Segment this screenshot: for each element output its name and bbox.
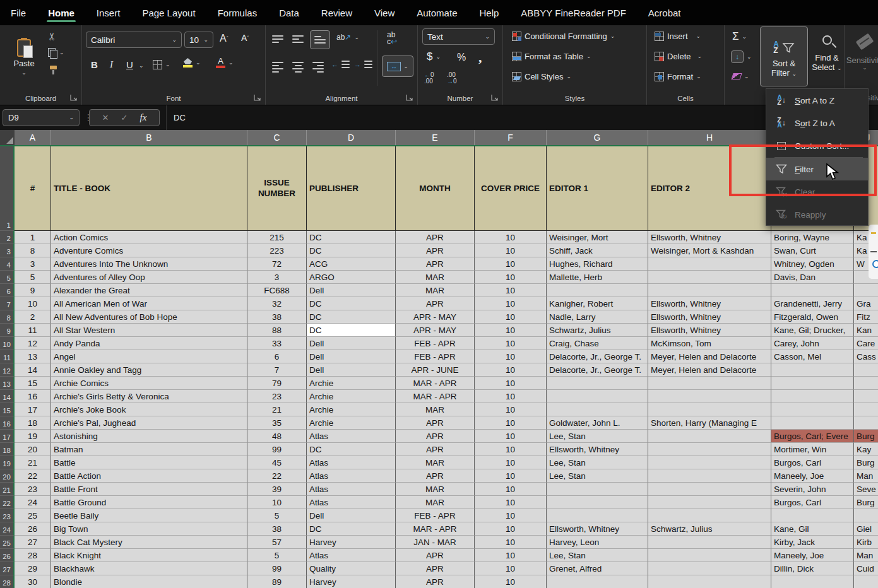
cell[interactable]: APR (396, 416, 475, 430)
cell[interactable]: 99 (247, 562, 307, 575)
row-header[interactable]: 14 (0, 390, 15, 403)
row-header[interactable]: 6 (0, 284, 15, 297)
column-header-G[interactable]: G (547, 130, 648, 145)
cell[interactable] (547, 496, 648, 509)
cell[interactable]: Atlas (307, 549, 396, 562)
column-header-E[interactable]: E (396, 130, 475, 145)
cell[interactable]: 10 (475, 377, 547, 390)
cell[interactable] (771, 416, 854, 430)
fill-color-button[interactable]: ⌄ (183, 58, 201, 68)
cell[interactable]: Adventure Comics (51, 244, 247, 257)
format-as-table-button[interactable]: Format as Table ⌄ (512, 52, 591, 61)
cell[interactable]: Maneely, Joe (771, 549, 854, 562)
cell[interactable] (648, 430, 771, 443)
cell[interactable]: Angel (51, 350, 247, 363)
cell[interactable]: Man (854, 469, 878, 483)
cell[interactable]: Burgos, Carl (771, 456, 854, 469)
cell[interactable]: 1 (15, 231, 51, 244)
cell[interactable]: MAR (396, 271, 475, 284)
cell[interactable] (648, 469, 771, 483)
cell[interactable]: APR (396, 430, 475, 443)
cell[interactable]: Harvey (307, 575, 396, 588)
cell[interactable]: 88 (247, 324, 307, 337)
cell[interactable]: Burgos, Carl; Evere (771, 430, 854, 443)
cell[interactable]: 20 (15, 443, 51, 456)
find-select-button[interactable]: Find & Select ⌄ (810, 26, 843, 86)
cell[interactable]: 32 (247, 297, 307, 310)
tab-review[interactable]: Review (319, 0, 354, 25)
number-dialog-launcher-icon[interactable] (491, 94, 498, 101)
cell[interactable] (771, 509, 854, 522)
cell[interactable]: Atlas (307, 456, 396, 469)
align-bottom-button[interactable] (310, 30, 330, 49)
cell[interactable]: APR (396, 575, 475, 588)
cell[interactable]: Nadle, Larry (547, 310, 648, 324)
cell[interactable]: 89 (247, 575, 307, 588)
cell[interactable]: Meyer, Helen and Delacorte (648, 363, 771, 377)
cell[interactable]: Andy Panda (51, 337, 247, 350)
cell[interactable]: 9 (15, 284, 51, 297)
clear-button[interactable]: ⌄ (732, 73, 749, 79)
cell[interactable] (854, 284, 878, 297)
cell[interactable]: Hughes, Richard (547, 257, 648, 271)
cell[interactable]: Batman (51, 443, 247, 456)
cell[interactable] (854, 509, 878, 522)
cell[interactable]: 10 (475, 390, 547, 403)
tab-data[interactable]: Data (277, 0, 301, 25)
cell[interactable] (771, 390, 854, 403)
cell[interactable]: 23 (247, 390, 307, 403)
cell[interactable]: 21 (247, 403, 307, 416)
select-all-corner[interactable] (0, 130, 15, 145)
fill-button[interactable]: ↓⌄ (731, 50, 752, 63)
cell[interactable]: Lee, Stan (547, 469, 648, 483)
cell[interactable]: Man (854, 549, 878, 562)
cell[interactable]: Dillin, Dick (771, 562, 854, 575)
cell[interactable]: MAR (396, 456, 475, 469)
cell[interactable]: Harvey, Leon (547, 536, 648, 549)
comma-style-button[interactable]: , (478, 49, 482, 66)
cell[interactable]: Archie (307, 377, 396, 390)
align-right-button[interactable] (312, 62, 324, 73)
cell[interactable]: Black Cat Mystery (51, 536, 247, 549)
align-top-button[interactable] (272, 35, 283, 43)
cell[interactable]: Atlas (307, 496, 396, 509)
cell[interactable]: 11 (15, 324, 51, 337)
cancel-icon[interactable]: ✕ (102, 113, 109, 122)
cell[interactable]: Meyer, Helen and Delacorte (648, 350, 771, 363)
align-left-button[interactable] (272, 62, 283, 73)
cell[interactable]: Lee, Stan (547, 430, 648, 443)
cell[interactable]: Burg (854, 496, 878, 509)
cell[interactable]: APR - MAY (396, 324, 475, 337)
cell[interactable]: 215 (247, 231, 307, 244)
cell[interactable]: Dell (307, 363, 396, 377)
cell[interactable]: 16 (15, 390, 51, 403)
cell[interactable]: APR - JUNE (396, 363, 475, 377)
cell[interactable]: Cuid (854, 562, 878, 575)
paste-button[interactable]: Paste ⌄ (6, 28, 42, 87)
row-header[interactable]: 28 (0, 575, 15, 588)
menu-item-sort-z-to-a[interactable]: ZA↓ Sort Z to A (766, 112, 868, 134)
cell[interactable]: Battle Action (51, 469, 247, 483)
underline-button[interactable]: U (126, 59, 133, 70)
cell[interactable]: Schwartz, Julius (648, 522, 771, 536)
cell[interactable]: DC (307, 297, 396, 310)
cell[interactable] (547, 483, 648, 496)
row-header[interactable]: 11 (0, 350, 15, 363)
cell[interactable]: 10 (247, 496, 307, 509)
wrap-text-button[interactable]: abc↩ (387, 32, 397, 45)
cell[interactable]: Grenet, Alfred (547, 562, 648, 575)
orientation-button[interactable]: ab↗ ⌄ (336, 33, 359, 42)
cell[interactable]: Quality (307, 562, 396, 575)
cell[interactable]: Dell (307, 509, 396, 522)
cell[interactable] (854, 403, 878, 416)
cell[interactable]: 10 (475, 257, 547, 271)
row-header[interactable]: 3 (0, 244, 15, 257)
column-header-H[interactable]: H (648, 130, 771, 145)
cell[interactable]: 10 (475, 483, 547, 496)
cell[interactable] (648, 575, 771, 588)
cell[interactable]: Kirb (854, 536, 878, 549)
cell[interactable]: 10 (475, 244, 547, 257)
cell[interactable]: MAR (396, 496, 475, 509)
row-header[interactable]: 25 (0, 536, 15, 549)
cell[interactable]: Battle Front (51, 483, 247, 496)
